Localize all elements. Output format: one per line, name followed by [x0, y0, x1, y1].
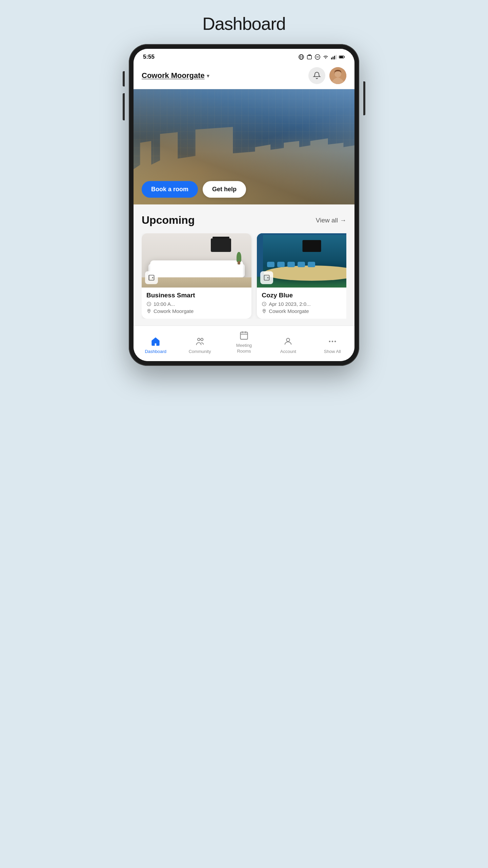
view-all-button[interactable]: View all → [316, 217, 346, 224]
svg-point-21 [148, 310, 149, 311]
nav-icon-container [195, 337, 205, 348]
status-bar: 5:55 [134, 49, 354, 64]
svg-point-31 [201, 338, 203, 341]
nav-item-community[interactable]: Community [186, 337, 214, 354]
nav-icon-container [328, 337, 337, 348]
home-icon [151, 337, 160, 346]
svg-rect-8 [331, 58, 332, 59]
door-icon [148, 274, 155, 281]
avatar-image [329, 67, 346, 84]
room-time: Apr 10 2023, 2:0... [262, 301, 346, 307]
nav-icon-container [283, 337, 293, 348]
globe-icon [298, 54, 304, 60]
room-name: Cozy Blue [262, 292, 346, 299]
svg-point-30 [198, 338, 200, 341]
more-icon [328, 337, 337, 346]
bottom-nav: Dashboard Community [134, 326, 354, 361]
nav-item-show-all[interactable]: Show All [319, 337, 346, 354]
svg-rect-9 [332, 57, 333, 59]
nav-label: Dashboard [145, 349, 166, 354]
nav-item-account[interactable]: Account [274, 337, 302, 354]
svg-rect-13 [344, 57, 345, 58]
room-name: Business Smart [146, 292, 247, 299]
upcoming-header: Upcoming View all → [142, 214, 346, 226]
room-time: 10:00 A... [146, 301, 247, 307]
avatar[interactable] [329, 67, 346, 84]
battery-icon [339, 54, 345, 60]
dnd-icon [314, 54, 321, 60]
room-card-image [142, 233, 251, 288]
room-icon-badge [260, 271, 273, 284]
clock-icon-2 [262, 301, 267, 307]
svg-rect-17 [149, 275, 154, 280]
bell-icon [313, 72, 321, 80]
svg-rect-32 [240, 332, 247, 339]
svg-rect-4 [308, 55, 309, 56]
svg-point-36 [287, 338, 290, 341]
svg-rect-14 [340, 56, 343, 58]
nav-item-dashboard[interactable]: Dashboard [142, 337, 169, 354]
pin-icon [146, 309, 151, 314]
account-icon [283, 337, 293, 346]
clock-icon [146, 301, 151, 307]
room-card-info: Business Smart 10:00 A... Cowork Moorgat… [142, 288, 251, 319]
svg-rect-22 [264, 275, 269, 280]
chevron-down-icon: ▾ [207, 73, 209, 79]
hero-buttons: Book a room Get help [142, 181, 246, 198]
location-selector[interactable]: Cowork Moorgate ▾ [142, 71, 209, 80]
room-location: Cowork Moorgate [262, 308, 346, 314]
page-title: Dashboard [202, 14, 285, 34]
door-icon-2 [263, 274, 270, 281]
view-all-label: View all [316, 217, 338, 224]
phone-screen: 5:55 [134, 49, 354, 361]
upcoming-title: Upcoming [142, 214, 195, 226]
svg-rect-10 [334, 56, 335, 59]
header-actions [308, 67, 346, 84]
nav-label: Account [280, 349, 296, 354]
pin-icon-2 [262, 309, 267, 314]
room-card-info: Cozy Blue Apr 10 2023, 2:0... Cowork Moo… [257, 288, 346, 319]
svg-point-37 [329, 341, 330, 342]
svg-point-18 [152, 277, 153, 278]
room-card-image [257, 233, 346, 288]
room-cards: Business Smart 10:00 A... Cowork Moorgat… [142, 233, 346, 319]
book-room-button[interactable]: Book a room [142, 181, 198, 198]
nav-label: MeetingRooms [236, 343, 252, 354]
room-card[interactable]: Cozy Blue Apr 10 2023, 2:0... Cowork Moo… [257, 233, 346, 319]
sd-card-icon [306, 54, 312, 60]
nav-label: Community [189, 349, 211, 354]
get-help-button[interactable]: Get help [203, 181, 246, 198]
status-icons [298, 54, 345, 60]
community-icon [195, 337, 205, 346]
power-button [363, 81, 365, 115]
arrow-icon: → [340, 217, 346, 224]
phone-frame: 5:55 [129, 44, 359, 366]
nav-icon-container [151, 337, 160, 348]
main-content: Upcoming View all → [134, 204, 354, 319]
svg-point-38 [331, 341, 333, 342]
wifi-icon [323, 54, 329, 60]
nav-icon-container [239, 331, 249, 341]
calendar-icon [239, 331, 249, 340]
svg-rect-3 [307, 56, 312, 59]
svg-point-23 [268, 277, 268, 278]
room-location: Cowork Moorgate [146, 308, 247, 314]
svg-point-25 [264, 310, 265, 311]
notification-button[interactable] [308, 67, 325, 84]
signal-icon [331, 54, 337, 60]
location-name: Cowork Moorgate [142, 71, 205, 80]
volume-button-mid [123, 93, 125, 120]
nav-label: Show All [324, 349, 341, 354]
status-time: 5:55 [143, 54, 155, 60]
room-card[interactable]: Business Smart 10:00 A... Cowork Moorgat… [142, 233, 251, 319]
svg-point-39 [334, 341, 336, 342]
hero-image: Book a room Get help [134, 89, 354, 204]
room-icon-badge [145, 271, 158, 284]
svg-rect-11 [336, 55, 337, 60]
nav-item-meeting-rooms[interactable]: MeetingRooms [230, 331, 258, 354]
svg-rect-5 [310, 55, 311, 56]
volume-button-top [123, 71, 125, 86]
app-header: Cowork Moorgate ▾ [134, 64, 354, 89]
